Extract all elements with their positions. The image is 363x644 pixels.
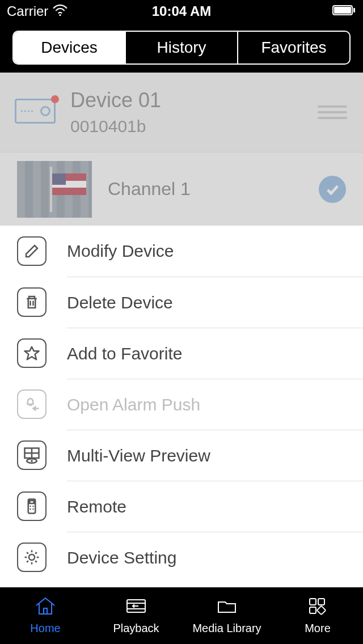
trash-icon	[17, 287, 47, 317]
device-id: 0010401b	[70, 117, 316, 136]
action-label: Device Setting	[67, 532, 363, 583]
tab-playback[interactable]: Playback	[91, 587, 182, 644]
segmented-control: Devices History Favorites	[12, 31, 351, 65]
svg-point-15	[32, 509, 34, 510]
tab-more[interactable]: More	[272, 587, 363, 644]
device-name: Device 01	[70, 88, 316, 112]
action-label: Delete Device	[67, 277, 363, 328]
tab-label: Playback	[113, 622, 159, 635]
action-remote[interactable]: Remote	[0, 481, 363, 532]
action-modify-device[interactable]: Modify Device	[0, 226, 363, 277]
checkmark-icon	[319, 176, 346, 203]
tab-media-library[interactable]: Media Library	[182, 587, 272, 644]
gear-icon	[17, 543, 47, 572]
action-sheet: Modify Device Delete Device Add to Favor…	[0, 226, 363, 583]
action-label: Add to Favorite	[67, 328, 363, 379]
grid-icon	[306, 596, 329, 618]
device-row[interactable]: Device 01 0010401b	[0, 73, 363, 152]
tab-history[interactable]: History	[125, 32, 237, 63]
channel-row[interactable]: Channel 1	[0, 152, 363, 226]
action-label: Multi-View Preview	[67, 430, 363, 481]
svg-point-9	[31, 460, 33, 462]
action-label: Open Alarm Push	[67, 379, 363, 430]
clock: 10:04 AM	[0, 3, 363, 19]
tab-label: More	[305, 622, 331, 635]
action-label: Remote	[67, 481, 363, 532]
action-device-setting[interactable]: Device Setting	[0, 532, 363, 583]
playback-icon	[125, 596, 147, 618]
action-open-alarm-push: Open Alarm Push	[0, 379, 363, 430]
svg-rect-22	[318, 599, 324, 605]
reorder-handle-icon[interactable]	[316, 105, 348, 119]
home-icon	[34, 596, 57, 618]
channel-thumbnail	[17, 161, 92, 218]
status-bar: Carrier 10:04 AM	[0, 0, 363, 23]
svg-point-16	[29, 554, 35, 560]
svg-rect-20	[310, 599, 316, 605]
channel-label: Channel 1	[108, 179, 319, 200]
grid-eye-icon	[17, 440, 47, 470]
tab-favorites[interactable]: Favorites	[237, 32, 349, 63]
pencil-icon	[17, 236, 47, 266]
alert-dot-icon	[51, 95, 59, 103]
segmented-bar: Devices History Favorites	[0, 23, 363, 73]
tab-label: Media Library	[192, 622, 261, 635]
tab-bar: Home Playback Media Library More	[0, 587, 363, 644]
action-label: Modify Device	[67, 226, 363, 277]
star-icon	[17, 338, 47, 368]
remote-icon	[17, 492, 47, 521]
tab-home[interactable]: Home	[0, 587, 91, 644]
device-icon	[15, 99, 56, 126]
action-add-favorite[interactable]: Add to Favorite	[0, 328, 363, 379]
svg-rect-23	[317, 606, 326, 615]
tab-devices[interactable]: Devices	[14, 32, 125, 63]
device-section: Device 01 0010401b Channel 1	[0, 73, 363, 226]
folder-icon	[216, 596, 238, 618]
action-multiview-preview[interactable]: Multi-View Preview	[0, 430, 363, 481]
svg-point-13	[32, 506, 34, 507]
svg-rect-21	[310, 607, 316, 613]
svg-point-14	[29, 509, 31, 510]
tab-label: Home	[30, 622, 60, 635]
svg-marker-4	[25, 347, 39, 360]
svg-rect-11	[29, 501, 34, 503]
bell-arrow-icon	[17, 389, 47, 419]
svg-point-12	[29, 506, 31, 507]
action-delete-device[interactable]: Delete Device	[0, 277, 363, 328]
